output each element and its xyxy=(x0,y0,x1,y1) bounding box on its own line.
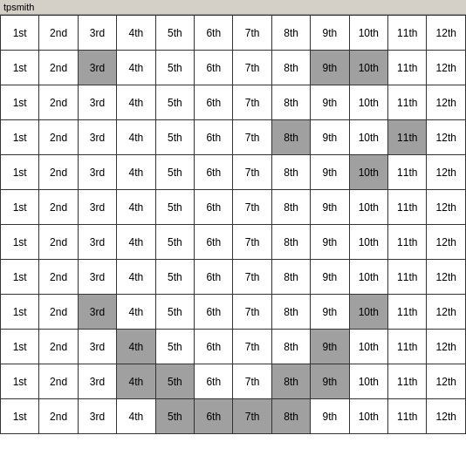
table-cell[interactable]: 4th xyxy=(117,85,155,120)
table-cell[interactable]: 4th xyxy=(117,190,155,225)
table-cell[interactable]: 3rd xyxy=(78,399,116,434)
table-cell[interactable]: 8th xyxy=(271,16,310,51)
table-cell[interactable]: 1st xyxy=(1,51,39,85)
table-cell[interactable]: 11th xyxy=(388,364,427,399)
table-cell[interactable]: 4th xyxy=(117,16,155,51)
table-cell[interactable]: 7th xyxy=(233,51,271,85)
table-cell[interactable]: 6th xyxy=(195,51,233,85)
table-cell[interactable]: 10th xyxy=(349,120,387,155)
table-cell[interactable]: 1st xyxy=(1,190,39,225)
table-cell[interactable]: 9th xyxy=(311,85,349,120)
table-cell[interactable]: 1st xyxy=(1,330,39,364)
table-cell[interactable]: 10th xyxy=(349,155,387,190)
table-cell[interactable]: 12th xyxy=(427,364,466,399)
table-cell[interactable]: 2nd xyxy=(39,295,78,330)
table-cell[interactable]: 6th xyxy=(195,190,233,225)
table-cell[interactable]: 5th xyxy=(155,155,194,190)
table-cell[interactable]: 6th xyxy=(195,330,233,364)
table-cell[interactable]: 4th xyxy=(117,330,155,364)
table-cell[interactable]: 9th xyxy=(311,330,349,364)
table-cell[interactable]: 10th xyxy=(349,399,387,434)
table-cell[interactable]: 6th xyxy=(195,16,233,51)
table-cell[interactable]: 9th xyxy=(311,225,349,260)
table-cell[interactable]: 9th xyxy=(311,190,349,225)
table-cell[interactable]: 8th xyxy=(271,364,310,399)
table-cell[interactable]: 11th xyxy=(388,330,427,364)
table-cell[interactable]: 12th xyxy=(427,330,466,364)
table-cell[interactable]: 5th xyxy=(155,85,194,120)
table-cell[interactable]: 12th xyxy=(427,51,466,85)
table-cell[interactable]: 2nd xyxy=(39,85,78,120)
table-cell[interactable]: 3rd xyxy=(78,364,116,399)
table-cell[interactable]: 1st xyxy=(1,120,39,155)
table-cell[interactable]: 4th xyxy=(117,155,155,190)
table-cell[interactable]: 3rd xyxy=(78,225,116,260)
table-cell[interactable]: 12th xyxy=(427,260,466,295)
table-cell[interactable]: 1st xyxy=(1,16,39,51)
table-cell[interactable]: 7th xyxy=(233,364,271,399)
table-cell[interactable]: 6th xyxy=(195,225,233,260)
table-cell[interactable]: 8th xyxy=(271,399,310,434)
table-cell[interactable]: 8th xyxy=(271,120,310,155)
table-cell[interactable]: 1st xyxy=(1,399,39,434)
table-cell[interactable]: 2nd xyxy=(39,399,78,434)
table-cell[interactable]: 4th xyxy=(117,295,155,330)
table-cell[interactable]: 7th xyxy=(233,295,271,330)
table-cell[interactable]: 10th xyxy=(349,295,387,330)
table-cell[interactable]: 7th xyxy=(233,85,271,120)
table-cell[interactable]: 4th xyxy=(117,364,155,399)
table-cell[interactable]: 9th xyxy=(311,16,349,51)
table-cell[interactable]: 7th xyxy=(233,225,271,260)
table-cell[interactable]: 8th xyxy=(271,295,310,330)
table-cell[interactable]: 8th xyxy=(271,330,310,364)
table-cell[interactable]: 1st xyxy=(1,225,39,260)
table-cell[interactable]: 12th xyxy=(427,295,466,330)
table-cell[interactable]: 6th xyxy=(195,120,233,155)
table-cell[interactable]: 10th xyxy=(349,260,387,295)
table-cell[interactable]: 12th xyxy=(427,399,466,434)
table-cell[interactable]: 6th xyxy=(195,85,233,120)
table-cell[interactable]: 7th xyxy=(233,16,271,51)
table-cell[interactable]: 11th xyxy=(388,16,427,51)
table-cell[interactable]: 12th xyxy=(427,16,466,51)
table-cell[interactable]: 5th xyxy=(155,190,194,225)
table-cell[interactable]: 5th xyxy=(155,260,194,295)
table-cell[interactable]: 1st xyxy=(1,85,39,120)
table-cell[interactable]: 6th xyxy=(195,364,233,399)
table-cell[interactable]: 11th xyxy=(388,399,427,434)
table-cell[interactable]: 11th xyxy=(388,85,427,120)
table-cell[interactable]: 11th xyxy=(388,295,427,330)
table-cell[interactable]: 2nd xyxy=(39,225,78,260)
table-cell[interactable]: 5th xyxy=(155,330,194,364)
table-cell[interactable]: 11th xyxy=(388,225,427,260)
table-cell[interactable]: 2nd xyxy=(39,260,78,295)
table-cell[interactable]: 5th xyxy=(155,51,194,85)
table-cell[interactable]: 9th xyxy=(311,155,349,190)
table-cell[interactable]: 2nd xyxy=(39,364,78,399)
table-cell[interactable]: 5th xyxy=(155,225,194,260)
table-cell[interactable]: 2nd xyxy=(39,155,78,190)
table-cell[interactable]: 6th xyxy=(195,295,233,330)
table-cell[interactable]: 9th xyxy=(311,120,349,155)
table-cell[interactable]: 3rd xyxy=(78,330,116,364)
table-cell[interactable]: 4th xyxy=(117,225,155,260)
table-cell[interactable]: 5th xyxy=(155,399,194,434)
table-cell[interactable]: 8th xyxy=(271,260,310,295)
table-cell[interactable]: 2nd xyxy=(39,190,78,225)
table-cell[interactable]: 12th xyxy=(427,155,466,190)
table-cell[interactable]: 9th xyxy=(311,364,349,399)
table-cell[interactable]: 11th xyxy=(388,260,427,295)
table-cell[interactable]: 8th xyxy=(271,225,310,260)
table-cell[interactable]: 6th xyxy=(195,260,233,295)
table-cell[interactable]: 4th xyxy=(117,260,155,295)
table-cell[interactable]: 9th xyxy=(311,260,349,295)
table-cell[interactable]: 2nd xyxy=(39,120,78,155)
table-cell[interactable]: 12th xyxy=(427,225,466,260)
table-cell[interactable]: 6th xyxy=(195,399,233,434)
table-cell[interactable]: 5th xyxy=(155,364,194,399)
table-cell[interactable]: 5th xyxy=(155,120,194,155)
table-cell[interactable]: 1st xyxy=(1,295,39,330)
table-cell[interactable]: 7th xyxy=(233,330,271,364)
table-cell[interactable]: 4th xyxy=(117,399,155,434)
table-cell[interactable]: 10th xyxy=(349,225,387,260)
